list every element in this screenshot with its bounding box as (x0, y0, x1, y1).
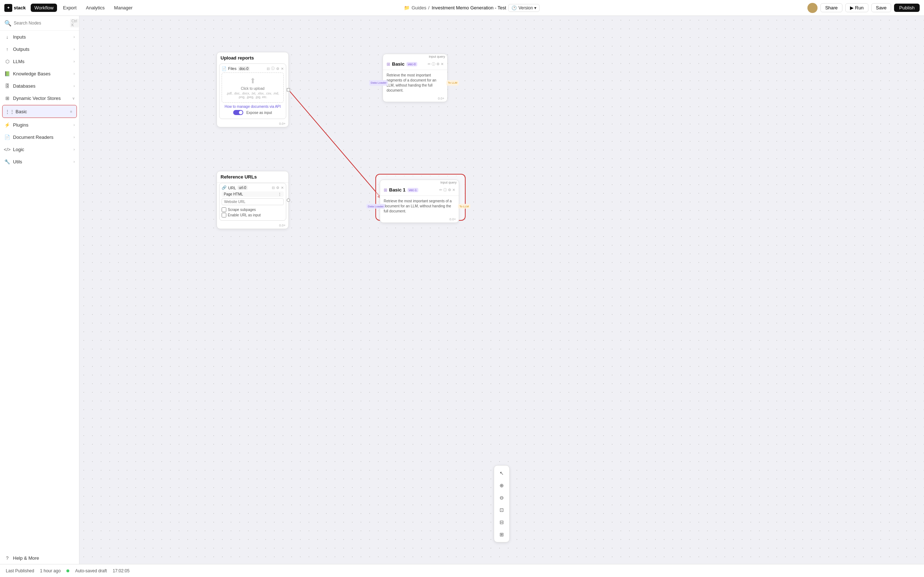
plugins-icon: ⚡ (4, 122, 10, 128)
page-html-label: Page HTML (224, 192, 243, 196)
sidebar-item-basic[interactable]: ⋮⋮ Basic ≡ (2, 105, 77, 118)
basic-top-footer: 0.0+ (383, 96, 447, 102)
grid-tool[interactable]: ⊞ (496, 529, 507, 540)
close-icon[interactable]: ✕ (452, 188, 455, 192)
sidebar-item-llms[interactable]: ⬡ LLMs › (0, 55, 79, 68)
run-button[interactable]: ▶ Run (845, 3, 868, 12)
files-label: Files (228, 66, 236, 71)
sidebar-item-utils[interactable]: 🔧 Utils › (0, 155, 79, 168)
right-connector-ref (287, 198, 290, 202)
sidebar-item-dynamic-vector-stores[interactable]: ⊞ Dynamic Vector Stores ∨ (0, 92, 79, 104)
select-dots-icon: ⋮ (278, 192, 281, 196)
last-published-label: Last Published (6, 568, 34, 574)
workflow-canvas[interactable]: Upload reports 📄 Files doc-0 ⊟ ⓘ ⚙ ✕ ⬆ C… (79, 16, 924, 564)
page-html-select[interactable]: Page HTML ⋮ (221, 192, 284, 197)
sidebar-item-outputs[interactable]: ↑ Outputs › (0, 43, 79, 55)
basic1-highlight-box: Input query ⊞ Basic 1 vec-1 ✏ ⓘ ⚙ ✕ (375, 174, 465, 221)
close-icon[interactable]: ✕ (281, 186, 284, 190)
url-label: URL (228, 186, 236, 190)
sidebar-item-knowledge-bases[interactable]: 📗 Knowledge Bases › (0, 68, 79, 80)
basic1-header: ⊞ Basic 1 vec-1 ✏ ⓘ ⚙ ✕ (380, 184, 459, 196)
expand-icon[interactable]: ⊟ (272, 186, 275, 190)
breadcrumb-title: Investment Memo Generation - Test (432, 5, 506, 10)
fit-view-tool[interactable]: ⊡ (496, 504, 507, 515)
edit-icon[interactable]: ✏ (428, 62, 431, 66)
menu-icon: ≡ (70, 110, 72, 114)
expose-toggle[interactable] (233, 110, 243, 115)
dynamic-vector-stores-icon: ⊞ (4, 95, 10, 101)
chevron-down-icon: ∨ (72, 96, 75, 100)
sidebar-item-document-readers[interactable]: 📄 Document Readers › (0, 131, 79, 143)
basic-top-description: Retrieve the most important segments of … (386, 73, 444, 93)
upload-reports-header: Upload reports (217, 52, 288, 63)
reference-urls-title: Reference URLs (221, 174, 257, 180)
settings-icon[interactable]: ⚙ (448, 188, 451, 192)
tab-analytics[interactable]: Analytics (82, 3, 108, 12)
basic-top-icon: ⊞ (386, 62, 390, 67)
close-icon[interactable]: ✕ (441, 62, 444, 66)
version-button[interactable]: 🕐 Version ▾ (508, 4, 540, 12)
share-button[interactable]: Share (821, 3, 842, 12)
close-icon[interactable]: ✕ (281, 67, 284, 71)
edit-icon[interactable]: ✏ (439, 188, 442, 192)
sidebar-item-help[interactable]: ? Help & More (0, 552, 79, 564)
basic1-icon: ⊞ (384, 187, 387, 193)
chevron-right-icon: › (74, 160, 75, 164)
save-button[interactable]: Save (871, 3, 892, 12)
zoom-in-tool[interactable]: ⊕ (496, 480, 507, 491)
vec1-badge: vec-1 (407, 188, 418, 192)
avatar[interactable] (808, 3, 817, 13)
search-shortcut: Ctrl K (70, 19, 79, 27)
databases-icon: 🗄 (4, 83, 10, 89)
last-published-time: 1 hour ago (40, 568, 61, 574)
upload-files-section: 📄 Files doc-0 ⊟ ⓘ ⚙ ✕ ⬆ Click to upload … (219, 63, 286, 119)
info-icon[interactable]: ⓘ (271, 66, 275, 71)
sidebar-item-plugins[interactable]: ⚡ Plugins › (0, 119, 79, 131)
toggle-thumb (239, 111, 242, 114)
basic-top-body: Retrieve the most important segments of … (383, 70, 447, 96)
tab-export[interactable]: Export (59, 3, 80, 12)
reference-footer: 0.0+ (217, 223, 288, 229)
file-icon: 📄 (221, 66, 227, 71)
right-connector (287, 88, 290, 92)
knowledge-bases-icon: 📗 (4, 71, 10, 76)
url-input[interactable] (221, 198, 284, 205)
cursor-tool[interactable]: ↖ (496, 468, 507, 479)
file-upload-area[interactable]: ⬆ Click to upload .pdf, .doc, .docx, .tx… (221, 73, 284, 103)
info-icon[interactable]: ⓘ (443, 187, 447, 193)
logo: ✦ stack (4, 4, 26, 12)
upload-reports-node: Upload reports 📄 Files doc-0 ⊟ ⓘ ⚙ ✕ ⬆ C… (216, 52, 289, 127)
search-input[interactable] (14, 21, 68, 26)
sidebar-item-databases[interactable]: 🗄 Databases › (0, 80, 79, 92)
doc-badge: doc-0 (238, 66, 250, 71)
enable-url-checkbox[interactable] (221, 213, 226, 218)
auto-saved-indicator (66, 569, 69, 572)
sidebar-item-logic[interactable]: </> Logic › (0, 143, 79, 155)
api-link[interactable]: How to manage documents via API (225, 105, 281, 108)
info-icon[interactable]: ⓘ (432, 62, 435, 67)
auto-saved-label: Auto-saved draft (75, 568, 107, 574)
caption-tool[interactable]: ⊟ (496, 517, 507, 528)
settings-icon[interactable]: ⚙ (436, 62, 439, 66)
help-icon: ? (4, 555, 10, 561)
chevron-right-icon: › (74, 35, 75, 39)
chevron-right-icon: › (74, 84, 75, 88)
publish-button[interactable]: Publish (894, 3, 920, 12)
chevron-right-icon: › (74, 72, 75, 76)
outputs-icon: ↑ (4, 46, 10, 52)
sidebar: 🔍 Ctrl K ◁ ↓ Inputs › ↑ Outputs › ⬡ LLMs (0, 16, 79, 564)
top-navigation: ✦ stack Workflow Export Analytics Manage… (0, 0, 924, 16)
scrape-checkbox[interactable] (221, 207, 226, 212)
reference-urls-header: Reference URLs (217, 171, 288, 183)
expand-icon[interactable]: ⊟ (267, 67, 270, 71)
chevron-down-icon: ▾ (534, 5, 536, 10)
zoom-out-tool[interactable]: ⊖ (496, 492, 507, 503)
tab-workflow[interactable]: Workflow (31, 3, 57, 12)
chevron-right-icon: › (74, 60, 75, 63)
settings-icon[interactable]: ⚙ (276, 67, 279, 71)
settings-icon[interactable]: ⚙ (276, 186, 279, 190)
expose-label: Expose as input (246, 111, 272, 115)
tab-manager[interactable]: Manager (110, 3, 136, 12)
sidebar-item-inputs[interactable]: ↓ Inputs › (0, 31, 79, 43)
input-query-label-top: Input query (383, 54, 447, 58)
